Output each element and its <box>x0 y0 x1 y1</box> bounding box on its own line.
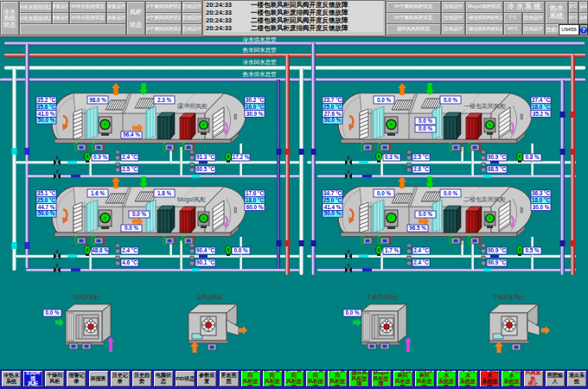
svg-text:0.0 %: 0.0 % <box>419 125 433 131</box>
svg-text:0.0 %: 0.0 % <box>419 211 433 217</box>
svg-text:90.9 °C: 90.9 °C <box>488 259 507 265</box>
svg-text:2.6 °C: 2.6 °C <box>413 166 429 172</box>
svg-text:18.0 °C: 18.0 °C <box>532 104 551 110</box>
svg-text:30.0 %: 30.0 % <box>533 204 550 210</box>
svg-text:17.2 %: 17.2 % <box>233 154 250 160</box>
svg-text:27.4 °C: 27.4 °C <box>532 97 551 103</box>
svg-text:96.5 %: 96.5 % <box>409 225 426 231</box>
svg-text:冷水回水总管: 冷水回水总管 <box>243 59 278 66</box>
svg-text:30.9 %: 30.9 % <box>246 111 264 117</box>
svg-text:热水供水总管: 热水供水总管 <box>243 71 278 78</box>
svg-text:90.9 °C: 90.9 °C <box>488 247 507 253</box>
svg-text:0.3 %: 0.3 % <box>385 154 399 160</box>
svg-text:41.0 %: 41.0 % <box>38 111 55 117</box>
svg-text:0.0 %: 0.0 % <box>45 309 60 316</box>
svg-text:二楼包装间风柜: 二楼包装间风柜 <box>463 196 506 203</box>
svg-text:2.5 °C: 2.5 °C <box>413 154 429 160</box>
svg-text:2.4 °C: 2.4 °C <box>413 259 429 265</box>
svg-text:0.0 %: 0.0 % <box>377 97 392 103</box>
svg-text:35.1 °C: 35.1 °C <box>37 190 56 196</box>
svg-text:98.0 %: 98.0 % <box>89 97 106 103</box>
svg-text:2.4 °C: 2.4 °C <box>413 247 429 253</box>
svg-text:27.6 %: 27.6 % <box>324 111 342 117</box>
svg-text:25.0 °C: 25.0 °C <box>323 104 342 110</box>
svg-text:36.3 °C: 36.3 °C <box>532 190 551 196</box>
svg-text:25.0 °C: 25.0 °C <box>323 197 342 203</box>
svg-text:60.5 °C: 60.5 °C <box>196 166 215 172</box>
svg-text:干燥间排风机: 干燥间排风机 <box>366 294 398 301</box>
svg-text:Mogul风柜: Mogul风柜 <box>177 196 206 203</box>
svg-text:41.4 %: 41.4 % <box>324 204 342 210</box>
svg-text:50.0 %: 50.0 % <box>324 210 342 216</box>
svg-text:90.9 °C: 90.9 °C <box>488 154 507 160</box>
svg-text:35.2 %: 35.2 % <box>533 111 550 117</box>
svg-text:0.0 %: 0.0 % <box>419 118 433 124</box>
svg-text:17.6 °C: 17.6 °C <box>246 190 265 196</box>
svg-text:25.0 °C: 25.0 °C <box>37 197 56 203</box>
svg-text:23.7 °C: 23.7 °C <box>323 97 342 103</box>
svg-text:一楼包装间风柜: 一楼包装间风柜 <box>463 103 506 110</box>
svg-text:50.0 %: 50.0 % <box>38 117 55 123</box>
svg-text:18.0 °C: 18.0 °C <box>246 197 265 203</box>
svg-text:91.3 °C: 91.3 °C <box>196 154 215 160</box>
svg-text:0.0 %: 0.0 % <box>345 309 360 316</box>
svg-text:2.4 °C: 2.4 °C <box>122 247 137 253</box>
svg-text:2.5 °C: 2.5 °C <box>122 166 137 172</box>
svg-text:冷水供水总管: 冷水供水总管 <box>243 36 278 43</box>
svg-text:30.2 °C: 30.2 °C <box>246 97 265 103</box>
svg-text:48.6 %: 48.6 % <box>92 247 109 253</box>
svg-text:热水回水总管: 热水回水总管 <box>243 47 278 54</box>
svg-text:0.0 %: 0.0 % <box>125 225 139 231</box>
svg-text:16.0 °C: 16.0 °C <box>246 104 265 110</box>
svg-text:4.6 °C: 4.6 °C <box>122 259 137 265</box>
svg-text:1.8 %: 1.8 % <box>157 190 172 196</box>
svg-text:1.7 %: 1.7 % <box>385 247 399 253</box>
svg-text:18.0 °C: 18.0 °C <box>532 197 551 203</box>
svg-text:0.5 %: 0.5 % <box>525 247 540 253</box>
svg-text:1.6 %: 1.6 % <box>91 190 105 196</box>
svg-text:2.3 %: 2.3 % <box>157 97 172 103</box>
svg-text:35.6 °C: 35.6 °C <box>37 104 56 110</box>
svg-text:0.0 %: 0.0 % <box>444 97 458 103</box>
svg-text:50.0 %: 50.0 % <box>38 210 55 216</box>
svg-text:50.0 %: 50.0 % <box>324 117 342 123</box>
svg-text:缓冲间风柜: 缓冲间风柜 <box>177 103 208 110</box>
svg-text:90.1 °C: 90.1 °C <box>196 259 215 265</box>
svg-text:0.9 %: 0.9 % <box>93 154 108 160</box>
svg-text:68.5 °C: 68.5 °C <box>488 166 507 172</box>
svg-text:回风排风机: 回风排风机 <box>74 295 99 301</box>
svg-text:90.4 °C: 90.4 °C <box>196 247 215 253</box>
svg-text:干燥间送风机: 干燥间送风机 <box>492 294 524 301</box>
svg-text:0.0 %: 0.0 % <box>233 247 248 253</box>
svg-text:0.8 %: 0.8 % <box>525 154 540 160</box>
svg-text:35.2 °C: 35.2 °C <box>37 97 56 103</box>
svg-text:34.7 °C: 34.7 °C <box>323 190 342 196</box>
svg-text:60.0 %: 60.0 % <box>246 204 264 210</box>
svg-text:96.4 %: 96.4 % <box>123 131 140 137</box>
svg-text:2.4 °C: 2.4 °C <box>122 154 137 160</box>
svg-text:44.7 %: 44.7 % <box>38 204 55 210</box>
svg-text:0.0 %: 0.0 % <box>132 211 147 217</box>
svg-text:新风送风机: 新风送风机 <box>197 294 223 300</box>
svg-text:0.0 %: 0.0 % <box>444 190 458 196</box>
svg-text:0.0 %: 0.0 % <box>377 190 392 196</box>
